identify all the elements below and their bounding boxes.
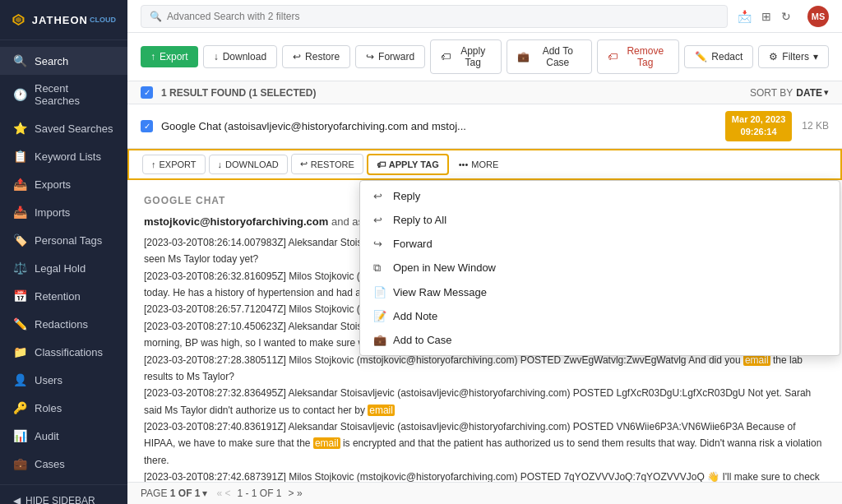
menu-label-add-note: Add Note	[393, 310, 437, 322]
sort-value[interactable]: DATE	[796, 87, 822, 99]
select-all-checkbox[interactable]: ✓	[141, 86, 153, 99]
sidebar-item-audit[interactable]: 📊 Audit	[0, 422, 127, 450]
apply-tag-button[interactable]: 🏷 Apply Tag	[430, 39, 502, 74]
pagination-range: 1 - 1 OF 1	[238, 488, 282, 499]
keyword-lists-icon: 📋	[13, 150, 26, 163]
forward-button[interactable]: ↪ Forward	[355, 45, 425, 68]
remove-tag-button[interactable]: 🏷 Remove Tag	[597, 39, 679, 74]
sel-restore-button[interactable]: ↩ RESTORE	[291, 154, 363, 174]
redact-button[interactable]: ✏️ Redact	[684, 45, 753, 68]
pagination-arrows-right[interactable]: > »	[289, 488, 303, 499]
download-button[interactable]: ↓ Download	[203, 45, 277, 68]
classifications-icon: 📁	[13, 345, 26, 358]
hide-sidebar-button[interactable]: ◀ HIDE SIDEBAR	[0, 484, 127, 504]
sidebar-item-users[interactable]: 👤 Users	[0, 366, 127, 394]
sidebar-label-imports: Imports	[35, 206, 70, 219]
menu-label-open-new-window: Open in New Window	[393, 261, 496, 274]
sidebar-label-search: Search	[35, 55, 68, 67]
add-to-case-menu-icon: 💼	[373, 334, 386, 346]
menu-item-add-to-case[interactable]: 💼 Add to Case	[360, 328, 840, 352]
restore-button[interactable]: ↩ Restore	[282, 45, 350, 68]
export-icon: ↑	[150, 51, 155, 62]
email-date-badge: Mar 20, 2023 09:26:14	[725, 111, 792, 141]
checkmark-icon: ✓	[144, 88, 150, 97]
export-button[interactable]: ↑ Export	[141, 46, 198, 67]
email-size: 12 KB	[802, 120, 829, 132]
sel-apply-tag-button[interactable]: 🏷 APPLY TAG	[367, 154, 449, 175]
add-to-case-button[interactable]: 💼 Add To Case	[507, 39, 592, 74]
sidebar-nav: 🔍 Search 🕐 Recent Searches ⭐ Saved Searc…	[0, 40, 127, 484]
sidebar-label-redactions: Redactions	[35, 318, 88, 331]
forward-menu-icon: ↪	[373, 238, 386, 250]
case-icon: 💼	[517, 51, 530, 62]
mail-icon[interactable]: 📩	[738, 10, 752, 23]
pagination-arrows-left[interactable]: « <	[217, 488, 231, 499]
search-icon: 🔍	[13, 54, 26, 67]
sel-more-button[interactable]: ••• MORE	[452, 155, 506, 173]
filters-button[interactable]: ⚙ Filters ▾	[758, 45, 829, 68]
sidebar-item-imports[interactable]: 📥 Imports	[0, 198, 127, 226]
menu-item-add-note[interactable]: 📝 Add Note	[360, 304, 840, 328]
forward-label: Forward	[378, 51, 414, 62]
sidebar-item-roles[interactable]: 🔑 Roles	[0, 394, 127, 422]
audit-icon: 📊	[13, 429, 26, 442]
sel-export-button[interactable]: ↑ EXPORT	[142, 155, 206, 174]
forward-icon: ↪	[366, 51, 374, 62]
highlight-email-2: email	[368, 405, 395, 416]
sidebar-item-search[interactable]: 🔍 Search	[0, 47, 127, 75]
search-input[interactable]	[167, 11, 719, 22]
selected-action-bar: ↑ EXPORT ↓ DOWNLOAD ↩ RESTORE 🏷 APPLY TA…	[127, 149, 842, 180]
redactions-icon: ✏️	[13, 317, 26, 331]
search-box[interactable]: 🔍	[141, 5, 728, 28]
menu-item-reply-all[interactable]: ↩ Reply to All	[360, 208, 840, 232]
sidebar-item-legal-hold[interactable]: ⚖️ Legal Hold	[0, 254, 127, 282]
email-row-checkbox[interactable]: ✓	[141, 120, 153, 132]
logo: JATHEON CLOUD	[0, 0, 127, 40]
sidebar-item-personal-tags[interactable]: 🏷️ Personal Tags	[0, 226, 127, 254]
sel-download-button[interactable]: ↓ DOWNLOAD	[209, 155, 288, 174]
menu-item-reply[interactable]: ↩ Reply	[360, 184, 840, 208]
sidebar-item-exports[interactable]: 📤 Exports	[0, 170, 127, 198]
refresh-icon[interactable]: ↻	[781, 10, 791, 23]
page-value[interactable]: 1 OF 1	[170, 488, 201, 499]
remove-tag-label: Remove Tag	[622, 45, 669, 68]
menu-item-open-new-window[interactable]: ⧉ Open in New Window	[360, 256, 840, 280]
menu-label-reply-all: Reply to All	[393, 214, 446, 226]
users-icon: 👤	[13, 373, 26, 386]
sidebar-label-recent-searches: Recent Searches	[35, 82, 114, 107]
sidebar: JATHEON CLOUD 🔍 Search 🕐 Recent Searches…	[0, 0, 127, 504]
sidebar-item-recent-searches[interactable]: 🕐 Recent Searches	[0, 75, 127, 114]
sel-more-label: MORE	[471, 160, 498, 169]
email-time: 09:26:14	[732, 126, 785, 138]
avatar[interactable]: MS	[807, 6, 829, 27]
legal-hold-icon: ⚖️	[13, 261, 26, 275]
menu-label-view-raw: View Raw Message	[393, 286, 487, 298]
brand-name: JATHEON	[32, 14, 88, 26]
grid-icon[interactable]: ⊞	[761, 10, 771, 23]
sel-restore-icon: ↩	[300, 159, 308, 169]
sidebar-item-keyword-lists[interactable]: 📋 Keyword Lists	[0, 142, 127, 170]
cloud-label: CLOUD	[90, 16, 116, 24]
export-label: Export	[160, 51, 188, 62]
search-icon: 🔍	[150, 11, 162, 22]
sidebar-item-saved-searches[interactable]: ⭐ Saved Searches	[0, 114, 127, 142]
hide-sidebar-label: HIDE SIDEBAR	[25, 495, 95, 504]
jatheon-logo-icon	[12, 10, 25, 30]
context-menu-overlay: ↩ Reply ↩ Reply to All ↪ Forward ⧉ Open …	[359, 180, 840, 356]
email-row[interactable]: ✓ Google Chat (astoisavljevic@historyofa…	[127, 104, 842, 149]
menu-label-forward: Forward	[393, 238, 433, 250]
hide-sidebar-icon: ◀	[13, 495, 21, 504]
reply-all-icon: ↩	[373, 214, 386, 226]
sidebar-label-retention: Retention	[35, 290, 81, 303]
add-to-case-label: Add To Case	[534, 45, 581, 68]
sidebar-item-cases[interactable]: 💼 Cases	[0, 450, 127, 478]
topbar: 🔍 📩 ⊞ ↻ MS	[127, 0, 842, 33]
sidebar-label-exports: Exports	[35, 178, 71, 191]
menu-item-view-raw[interactable]: 📄 View Raw Message	[360, 280, 840, 304]
sidebar-item-redactions[interactable]: ✏️ Redactions	[0, 310, 127, 338]
highlight-email-3: email	[313, 437, 340, 449]
tag-icon: 🏷	[441, 51, 451, 62]
sidebar-item-retention[interactable]: 📅 Retention	[0, 282, 127, 310]
menu-item-forward[interactable]: ↪ Forward	[360, 232, 840, 256]
sidebar-item-classifications[interactable]: 📁 Classifications	[0, 338, 127, 366]
